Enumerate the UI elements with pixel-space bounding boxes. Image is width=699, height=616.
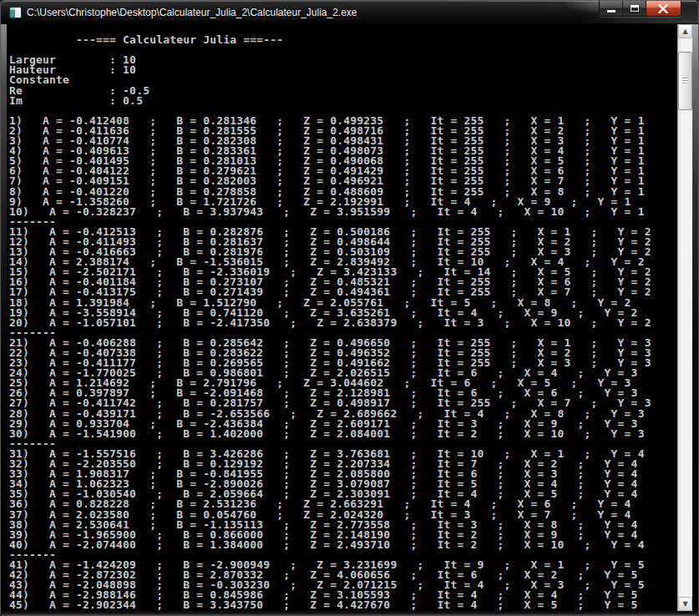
scrollbar-thumb[interactable]: [678, 52, 692, 110]
console-line: 10) A = -0.328237 ; B = 3.937943 ; Z = 3…: [9, 207, 677, 217]
console-window: C:\Users\Christophe\Desktop\Calculateur_…: [0, 0, 699, 616]
maximize-button[interactable]: [623, 1, 646, 16]
scroll-up-button[interactable]: ▲: [678, 24, 692, 38]
console-line: 45) A = -2.902344 ; B = 3.343750 ; Z = 4…: [9, 600, 677, 610]
close-button[interactable]: [646, 1, 681, 16]
scroll-down-button[interactable]: ▼: [678, 597, 692, 611]
minimize-icon: [607, 10, 615, 13]
vertical-scrollbar[interactable]: ▲ ▼: [677, 24, 692, 611]
scrollbar-track[interactable]: [678, 38, 692, 597]
minimize-button[interactable]: [600, 1, 623, 16]
scrollbar-grip-icon: [682, 78, 688, 84]
titlebar[interactable]: C:\Users\Christophe\Desktop\Calculateur_…: [1, 1, 698, 24]
close-icon: [658, 4, 668, 13]
console-output: ---=== Calculateur Julia ===---Largeur :…: [7, 24, 677, 611]
console-line: 30) A = -1.541900 ; B = 1.402000 ; Z = 2…: [9, 429, 677, 439]
window-title: C:\Users\Christophe\Desktop\Calculateur_…: [27, 7, 590, 20]
window-controls: [599, 1, 681, 17]
console-line: Im : 0.5: [9, 96, 677, 106]
window-frame-left: [1, 24, 7, 615]
console-app-icon: [9, 7, 22, 18]
maximize-icon: [631, 5, 639, 12]
console-line: Hauteur : 10: [9, 65, 677, 75]
console-line: 20) A = -1.057101 ; B = -2.417350 ; Z = …: [9, 318, 677, 328]
console-line: ---=== Calculateur Julia ===---: [9, 35, 677, 45]
console-line: 40) A = -2.074400 ; B = 1.384000 ; Z = 2…: [9, 540, 677, 550]
